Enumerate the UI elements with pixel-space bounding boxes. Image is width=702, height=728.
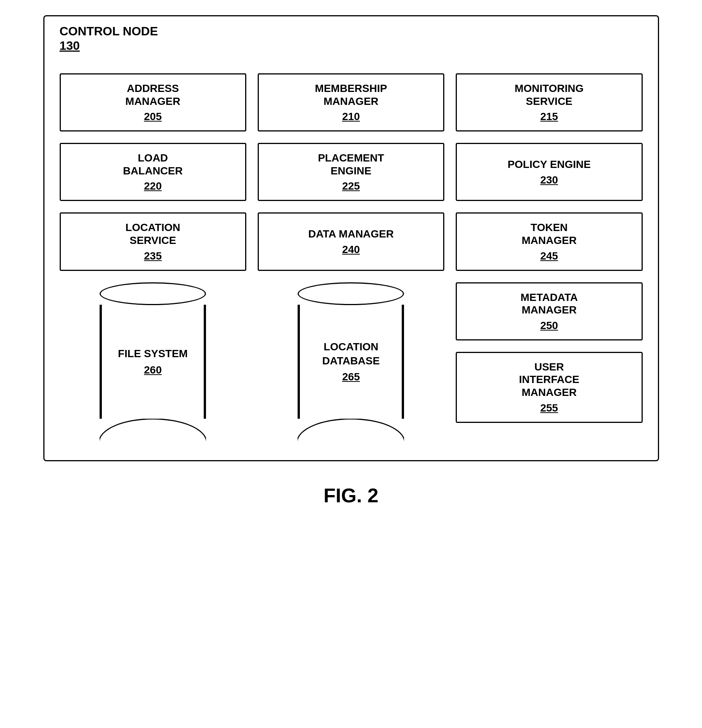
monitoring-service-label: MONITORINGSERVICE <box>515 82 583 108</box>
file-system-top-ellipse <box>100 282 206 305</box>
bottom-row: FILE SYSTEM 260 LOCATIONDATABASE 265 <box>60 282 643 441</box>
location-service-box: LOCATIONSERVICE 235 <box>60 212 246 271</box>
location-service-number: 235 <box>144 250 162 262</box>
location-service-label: LOCATIONSERVICE <box>125 221 180 247</box>
component-grid: ADDRESSMANAGER 205 MEMBERSHIPMANAGER 210… <box>60 73 643 271</box>
user-interface-manager-box: USERINTERFACEMANAGER 255 <box>456 352 642 423</box>
metadata-manager-box: METADATAMANAGER 250 <box>456 282 642 340</box>
file-system-body: FILE SYSTEM 260 <box>100 305 206 419</box>
load-balancer-box: LOADBALANCER 220 <box>60 143 246 201</box>
membership-manager-number: 210 <box>342 111 360 123</box>
file-system-cylinder: FILE SYSTEM 260 <box>60 282 246 441</box>
data-manager-box: DATA MANAGER 240 <box>258 212 444 271</box>
placement-engine-label: PLACEMENTENGINE <box>318 152 384 177</box>
file-system-label: FILE SYSTEM <box>118 347 188 361</box>
control-node-label: CONTROL NODE 130 <box>60 24 158 53</box>
policy-engine-box: POLICY ENGINE 230 <box>456 143 642 201</box>
membership-manager-label: MEMBERSHIPMANAGER <box>315 82 387 108</box>
placement-engine-box: PLACEMENTENGINE 225 <box>258 143 444 201</box>
monitoring-service-box: MONITORINGSERVICE 215 <box>456 73 642 131</box>
diagram-container: CONTROL NODE 130 ADDRESSMANAGER 205 MEMB… <box>28 15 674 507</box>
data-manager-number: 240 <box>342 244 360 256</box>
monitoring-service-number: 215 <box>540 111 558 123</box>
token-manager-number: 245 <box>540 250 558 262</box>
policy-engine-number: 230 <box>540 174 558 186</box>
load-balancer-label: LOADBALANCER <box>123 152 183 177</box>
location-database-cylinder: LOCATIONDATABASE 265 <box>258 282 444 441</box>
location-database-label: LOCATIONDATABASE <box>322 340 380 368</box>
membership-manager-box: MEMBERSHIPMANAGER 210 <box>258 73 444 131</box>
address-manager-number: 205 <box>144 111 162 123</box>
location-database-body: LOCATIONDATABASE 265 <box>298 305 404 419</box>
user-interface-manager-label: USERINTERFACEMANAGER <box>519 361 579 399</box>
control-node-box: CONTROL NODE 130 ADDRESSMANAGER 205 MEMB… <box>43 15 659 461</box>
token-manager-box: TOKENMANAGER 245 <box>456 212 642 271</box>
token-manager-label: TOKENMANAGER <box>521 221 577 247</box>
data-manager-label: DATA MANAGER <box>308 228 394 241</box>
location-database-number: 265 <box>342 371 360 383</box>
user-interface-manager-number: 255 <box>540 402 558 414</box>
location-database-bottom <box>298 418 404 441</box>
file-system-bottom <box>100 418 206 441</box>
address-manager-label: ADDRESSMANAGER <box>125 82 181 108</box>
figure-label: FIG. 2 <box>323 484 378 507</box>
metadata-manager-number: 250 <box>540 320 558 332</box>
policy-engine-label: POLICY ENGINE <box>507 158 591 171</box>
file-system-number: 260 <box>144 364 162 376</box>
placement-engine-number: 225 <box>342 180 360 192</box>
address-manager-box: ADDRESSMANAGER 205 <box>60 73 246 131</box>
load-balancer-number: 220 <box>144 180 162 192</box>
right-column-bottom: METADATAMANAGER 250 USERINTERFACEMANAGER… <box>456 282 642 423</box>
location-database-top-ellipse <box>298 282 404 305</box>
metadata-manager-label: METADATAMANAGER <box>520 291 578 317</box>
